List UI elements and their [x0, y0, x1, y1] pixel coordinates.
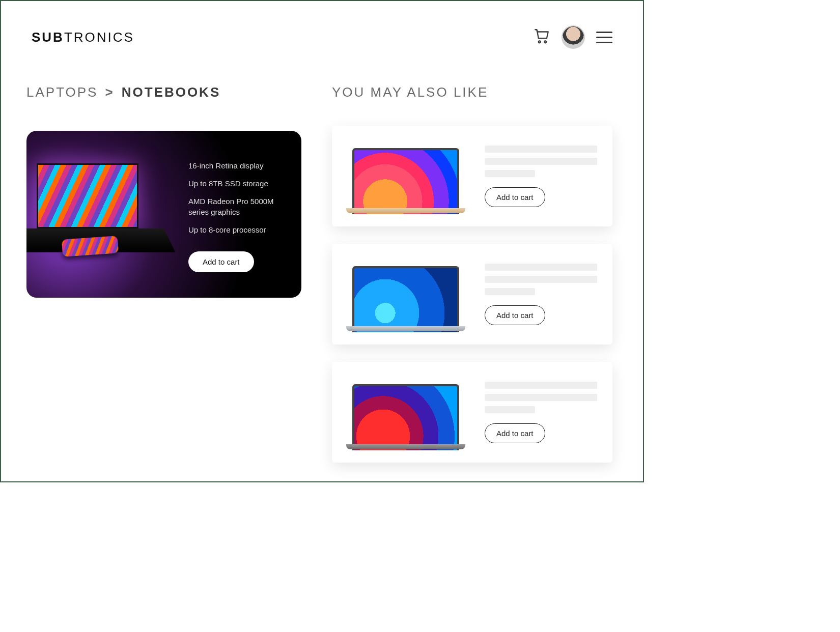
logo-light: TRONICS: [64, 30, 134, 45]
product-hero: 16-inch Retina display Up to 8TB SSD sto…: [26, 131, 301, 298]
placeholder-line: [485, 406, 535, 413]
recommend-thumb: [347, 138, 464, 214]
svg-point-0: [539, 41, 541, 43]
logo-bold: SUB: [32, 30, 64, 45]
spec-line: Up to 8TB SSD storage: [188, 178, 289, 189]
laptop-image: [352, 384, 459, 450]
add-to-cart-button[interactable]: Add to cart: [188, 251, 254, 272]
logo[interactable]: SUBTRONICS: [32, 30, 134, 45]
placeholder-line: [485, 394, 597, 401]
main: LAPTOPS > NOTEBOOKS 16-inch Retina displ…: [1, 49, 643, 480]
add-to-cart-button[interactable]: Add to cart: [485, 423, 545, 443]
add-to-cart-button[interactable]: Add to cart: [485, 187, 545, 207]
cart-icon[interactable]: [533, 27, 550, 47]
hero-laptop-screen: [37, 163, 138, 228]
spec-line: 16-inch Retina display: [188, 160, 289, 171]
recommend-title: YOU MAY ALSO LIKE: [332, 84, 612, 100]
laptop-base: [346, 208, 465, 213]
recommend-column: YOU MAY ALSO LIKE Add to cart: [332, 84, 612, 480]
breadcrumb: LAPTOPS > NOTEBOOKS: [26, 84, 301, 100]
hero-specs: 16-inch Retina display Up to 8TB SSD sto…: [188, 160, 289, 272]
recommend-thumb: [347, 374, 464, 450]
product-column: LAPTOPS > NOTEBOOKS 16-inch Retina displ…: [26, 84, 301, 480]
placeholder-line: [485, 382, 597, 389]
recommend-card[interactable]: Add to cart: [332, 362, 612, 463]
menu-icon[interactable]: [596, 32, 612, 43]
spec-line: Up to 8-core processor: [188, 224, 289, 235]
placeholder-line: [485, 276, 597, 283]
laptop-base: [346, 326, 465, 331]
header-actions: [533, 25, 612, 49]
placeholder-line: [485, 288, 535, 295]
hero-phone: [62, 236, 119, 257]
add-to-cart-button[interactable]: Add to cart: [485, 305, 545, 325]
laptop-base: [346, 444, 465, 449]
placeholder-line: [485, 170, 535, 177]
header: SUBTRONICS: [1, 1, 643, 49]
recommend-thumb: [347, 256, 464, 332]
laptop-image: [352, 148, 459, 214]
chevron-right-icon: >: [105, 84, 114, 100]
svg-point-1: [544, 41, 546, 43]
recommend-info: Add to cart: [485, 146, 597, 207]
recommend-card[interactable]: Add to cart: [332, 244, 612, 344]
recommend-info: Add to cart: [485, 264, 597, 325]
breadcrumb-current: NOTEBOOKS: [122, 84, 221, 100]
laptop-image: [352, 266, 459, 332]
placeholder-line: [485, 264, 597, 271]
breadcrumb-parent[interactable]: LAPTOPS: [26, 84, 98, 100]
placeholder-line: [485, 158, 597, 165]
avatar[interactable]: [562, 25, 585, 49]
recommend-card[interactable]: Add to cart: [332, 126, 612, 226]
spec-line: AMD Radeon Pro 5000M series graphics: [188, 196, 289, 217]
placeholder-line: [485, 146, 597, 153]
recommend-info: Add to cart: [485, 382, 597, 443]
